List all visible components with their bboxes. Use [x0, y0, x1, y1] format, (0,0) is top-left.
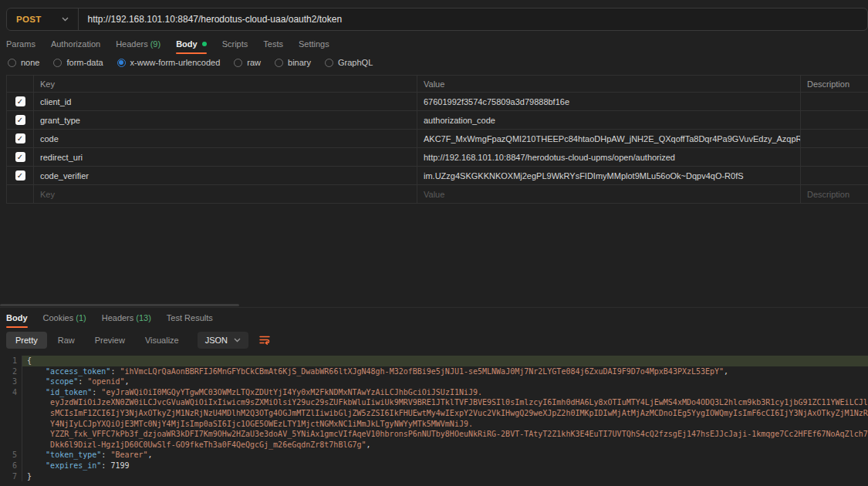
api-client-request-view: POST http://192.168.101.10:8847/herodotu… [0, 0, 868, 486]
code-line: 6 "expires_in": 7199 [0, 461, 868, 471]
table-row: ✓redirect_urihttp://192.168.101.10:8847/… [6, 148, 868, 167]
radio-icon [325, 59, 333, 67]
method-selector[interactable]: POST [7, 8, 78, 30]
view-tab-raw[interactable]: Raw [49, 332, 84, 349]
tab-test-results[interactable]: Test Results [167, 309, 213, 328]
code-text: "token_type": "Bearer", [22, 450, 868, 461]
response-section: BodyCookies(1)Headers(13)Test Results Pr… [0, 307, 868, 486]
code-text: { [22, 356, 868, 366]
body-mode-graphql[interactable]: GraphQL [325, 58, 373, 67]
code-line: eyJzdWIiOiJzeXN0ZW0iLCJvcGVuaWQiOiIxIiwi… [0, 397, 868, 408]
table-placeholder-row: KeyValueDescription [6, 185, 868, 204]
param-value-placeholder[interactable]: Value [417, 185, 800, 203]
body-mode-raw[interactable]: raw [234, 58, 261, 67]
line-number [0, 408, 22, 419]
url-input[interactable]: http://192.168.101.10:8847/herodotus-clo… [79, 14, 343, 25]
tab-cookies[interactable]: Cookies(1) [43, 309, 86, 328]
param-key-cell[interactable]: code [33, 130, 417, 147]
request-tabs: ParamsAuthorizationHeaders(9)BodyScripts… [0, 35, 868, 54]
code-text: "access_token": "ihVmcLQrQaAonBBRFIJ6MnG… [22, 366, 868, 377]
response-body[interactable]: 1{2 "access_token": "ihVmcLQrQaAonBBRFIJ… [0, 353, 868, 486]
param-key-placeholder[interactable]: Key [33, 185, 417, 203]
line-number [0, 429, 22, 440]
column-header-description: Description [800, 76, 868, 92]
view-tab-preview[interactable]: Preview [86, 332, 134, 349]
code-line: 5 "token_type": "Bearer", [0, 450, 868, 461]
line-number [0, 440, 22, 451]
param-description-cell[interactable] [800, 111, 868, 129]
response-tabs: BodyCookies(1)Headers(13)Test Results [0, 309, 868, 328]
tab-settings[interactable]: Settings [299, 35, 329, 54]
body-mode-radios: noneform-datax-www-form-urlencodedrawbin… [0, 54, 868, 75]
code-line: YZZR_fxk_VFFC7kPb3f_dzjoaWR3kDFI7Km9OHw2… [0, 429, 868, 440]
wrap-text-icon[interactable] [259, 335, 271, 346]
horizontal-scrollbar[interactable] [0, 304, 239, 306]
column-header-value: Value [417, 76, 800, 92]
code-line: Y4NjIyLCJpYXQiOjE3MTc0NjY4MjIsImp0aSI6Ij… [0, 419, 868, 430]
tab-headers[interactable]: Headers(13) [102, 309, 151, 328]
code-text: Y4NjIyLCJpYXQiOjE3MTc0NjY4MjIsImp0aSI6Ij… [22, 419, 868, 430]
code-line: 4 "id_token": "eyJraWQiOiI0MGQyYTgwMC03O… [0, 387, 868, 398]
tab-params[interactable]: Params [6, 35, 35, 54]
tab-count-badge: (1) [76, 313, 86, 322]
line-number [0, 419, 22, 430]
tab-authorization[interactable]: Authorization [51, 35, 100, 54]
param-description-cell[interactable] [800, 130, 868, 147]
body-mode-binary[interactable]: binary [275, 58, 311, 67]
line-number: 4 [0, 387, 22, 398]
code-text: "expires_in": 7199 [22, 461, 868, 471]
tab-body[interactable]: Body [176, 35, 207, 54]
param-value-cell[interactable]: http://192.168.101.10:8847/herodotus-clo… [417, 148, 800, 166]
tab-count-badge: (9) [150, 39, 160, 49]
param-value-cell[interactable]: authorization_code [417, 111, 800, 129]
param-description-cell[interactable] [800, 167, 868, 184]
code-text: YZZR_fxk_VFFC7kPb3f_dzjoaWR3kDFI7Km9OHw2… [22, 429, 868, 440]
view-tab-pretty[interactable]: Pretty [6, 332, 47, 349]
row-checkbox[interactable]: ✓ [15, 96, 25, 106]
param-description-placeholder[interactable]: Description [800, 185, 868, 203]
row-checkbox[interactable]: ✓ [15, 133, 25, 143]
tab-scripts[interactable]: Scripts [222, 35, 248, 54]
param-description-cell[interactable] [800, 148, 868, 166]
param-description-cell[interactable] [800, 93, 868, 110]
code-line: 7} [0, 471, 868, 482]
url-row: POST http://192.168.101.10:8847/herodotu… [0, 0, 868, 31]
line-number: 6 [0, 461, 22, 471]
format-label: JSON [205, 336, 228, 345]
code-line: 1{ [0, 356, 868, 366]
code-line: 2 "access_token": "ihVmcLQrQaAonBBRFIJ6M… [0, 366, 868, 377]
pane-gap [0, 204, 868, 307]
code-text: Dkk6l9Dizl-Hgz1jD60C0UwSlf-GO9fkeTh3a0F4… [22, 440, 868, 451]
view-tab-visualize[interactable]: Visualize [136, 332, 188, 349]
param-key-cell[interactable]: code_verifier [33, 167, 417, 184]
table-row: ✓grant_typeauthorization_code [6, 111, 868, 130]
code-line: Dkk6l9Dizl-Hgz1jD60C0UwSlf-GO9fkeTh3a0F4… [0, 440, 868, 451]
json-format-dropdown[interactable]: JSON [198, 332, 248, 349]
param-value-cell[interactable]: AKC7F_MxWmgFpazQMI210THEEPc84htaoDHpAW_j… [417, 130, 800, 147]
line-number: 7 [0, 471, 22, 482]
tab-count-badge: (13) [136, 313, 151, 322]
param-key-cell[interactable]: redirect_uri [33, 148, 417, 166]
radio-icon [8, 59, 16, 67]
param-value-cell[interactable]: im.UZzg4SKGKKNKOXMj2egPL9WkRYsFIDImyMMpl… [417, 167, 800, 184]
line-number: 1 [0, 356, 22, 366]
line-number: 5 [0, 450, 22, 461]
response-toolbar: PrettyRawPreviewVisualize JSON [0, 328, 868, 353]
param-key-cell[interactable]: client_id [33, 93, 417, 110]
table-row: ✓client_id67601992f3574c75809a3d79888bf1… [6, 93, 868, 111]
row-checkbox[interactable]: ✓ [15, 152, 25, 162]
row-checkbox[interactable]: ✓ [15, 115, 25, 125]
column-header-key: Key [33, 76, 417, 92]
params-table: KeyValueDescription✓client_id67601992f35… [6, 75, 868, 204]
tab-tests[interactable]: Tests [263, 35, 283, 54]
row-checkbox[interactable]: ✓ [15, 170, 25, 181]
tab-body[interactable]: Body [6, 309, 28, 328]
code-text: "scope": "openid", [22, 376, 868, 387]
line-number: 3 [0, 376, 22, 387]
param-value-cell[interactable]: 67601992f3574c75809a3d79888bf16e [417, 93, 800, 110]
body-mode-none[interactable]: none [8, 58, 39, 67]
body-mode-x-www-form-urlencoded[interactable]: x-www-form-urlencoded [117, 58, 221, 67]
body-mode-form-data[interactable]: form-data [53, 58, 103, 67]
tab-headers[interactable]: Headers(9) [116, 35, 160, 54]
param-key-cell[interactable]: grant_type [33, 111, 417, 129]
